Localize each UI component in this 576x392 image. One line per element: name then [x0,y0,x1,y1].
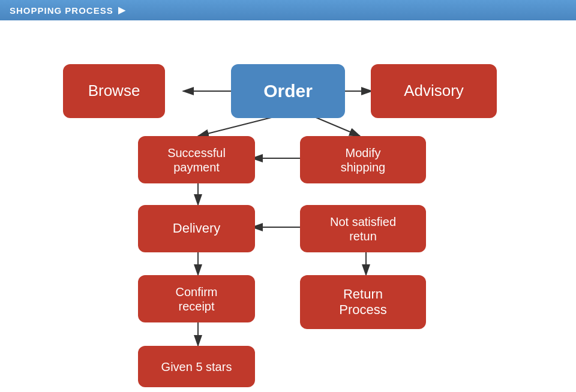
node-given-5-stars: Given 5 stars [138,346,255,387]
diagram-area: Browse Order Advisory Successful payment… [0,20,576,387]
node-browse: Browse [63,64,165,118]
node-modify-shipping: Modify shipping [300,136,426,183]
node-successful-payment: Successful payment [138,136,255,183]
node-not-satisfied: Not satisfied retun [300,205,426,252]
node-order: Order [231,64,345,118]
header: SHOPPING PROCESS ▶ [0,0,576,20]
header-title: SHOPPING PROCESS [10,5,113,16]
node-advisory: Advisory [371,64,497,118]
node-delivery: Delivery [138,205,255,252]
header-arrow: ▶ [118,5,125,16]
node-return-process: Return Process [300,275,426,329]
node-confirm-receipt: Confirm receipt [138,275,255,322]
